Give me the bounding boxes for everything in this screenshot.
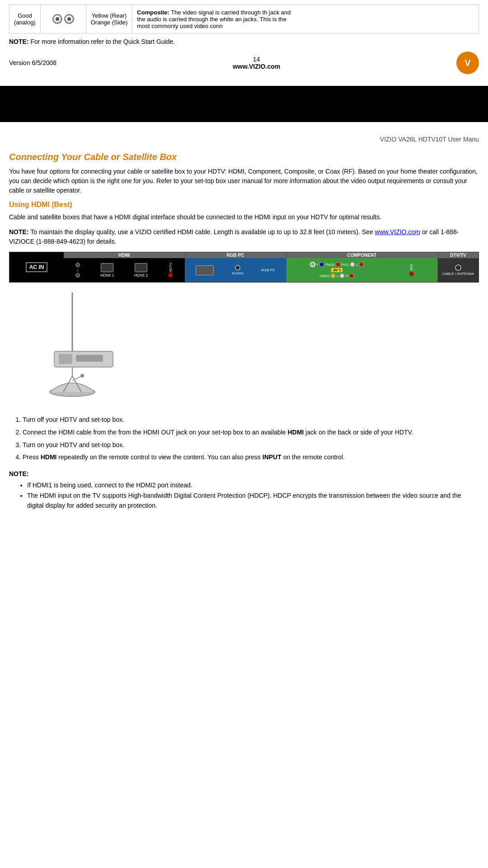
quality-cell: Good (analog) (9, 5, 41, 33)
note-text: For more information refer to the Quick … (30, 38, 175, 45)
website-text: www.VIZIO.com (56, 63, 456, 70)
note-label: NOTE: (9, 38, 29, 45)
instruction-item-3: Turn on your HDTV and set-top box. (23, 440, 479, 451)
audio-dot (235, 265, 240, 270)
coax-connector (455, 264, 461, 271)
panel-dtv-section: DTV/TV CABLE / ANTENNA (438, 252, 479, 282)
hdmi-description: Cable and satellite boxes that have a HD… (9, 212, 479, 222)
dtv-section-label: DTV/TV (438, 252, 479, 258)
page-footer: Version 6/5/2008 14 www.VIZIO.com V (0, 49, 488, 77)
comp-vertical-label: AV2 (409, 264, 413, 271)
rgb-ports: AUDIO RGB PC (185, 258, 286, 282)
connector-table: Good (analog) Yellow (Rear)Orange (Side)… (9, 5, 479, 33)
footer-center: 14 www.VIZIO.com (56, 56, 456, 70)
hdmi1-connector (101, 263, 113, 272)
instructions-list: Turn off your HDTV and set-top box. Conn… (9, 415, 479, 463)
intro-paragraph: You have four options for connecting you… (9, 167, 479, 195)
panel-ac-in: AC IN (9, 252, 64, 282)
instruction-text-1: Turn off your HDTV and set-top box. (23, 416, 124, 423)
vga-port (196, 265, 214, 275)
main-content: Connecting Your Cable or Satellite Box Y… (0, 147, 488, 524)
panel-hdmi-section: HDMI L HDMI 1 HDMI 2 HDTV (64, 252, 185, 282)
dtv-ports: CABLE / ANTENNA (438, 258, 479, 282)
bullet-list: If HDMI1 is being used, connect to the H… (9, 480, 479, 510)
svg-rect-2 (59, 354, 72, 364)
vizio-link[interactable]: www.VIZIO.com (375, 228, 420, 236)
rgb-port-label: RGB PC (261, 268, 275, 272)
note2-label: NOTE: (9, 470, 479, 477)
note-bold-label: NOTE: (9, 228, 29, 236)
hdmi2-port: HDMI 2 (134, 263, 148, 278)
hdtv-vertical-label: HDTV (169, 263, 173, 273)
color-label-cell: Yellow (Rear)Orange (Side) (86, 5, 133, 33)
audio-label: AUDIO (232, 271, 243, 275)
note-line: NOTE: For more information refer to the … (9, 38, 479, 45)
description-cell: Composite: The video signal is carried t… (132, 5, 304, 33)
component-section-label: COMPONENT (286, 252, 437, 258)
instruction-text-3: Turn on your HDTV and set-top box. (23, 441, 124, 448)
section-title: Connecting Your Cable or Satellite Box (9, 152, 479, 162)
hdmi2-label: HDMI 2 (134, 273, 148, 278)
av1-label: AV 1 (331, 268, 343, 272)
cable-antenna-label: CABLE / ANTENNA (442, 272, 474, 276)
hdmi1-label: HDMI 1 (100, 273, 114, 278)
satellite-illustration (27, 292, 127, 406)
rca-connector-image (45, 8, 81, 30)
instruction-item-4: Press HDMI repeatedly on the remote cont… (23, 452, 479, 463)
hdmi2-connector (135, 263, 147, 272)
illustration-area (9, 288, 479, 410)
svg-rect-3 (76, 355, 103, 362)
section-title-text: Connecting Your Cable or Satellite Box (9, 152, 177, 162)
page-number: 14 (56, 56, 456, 63)
vizio-logo: V (456, 52, 479, 74)
connector-image-cell (41, 5, 86, 33)
top-table-section: Good (analog) Yellow (Rear)Orange (Side)… (0, 0, 488, 45)
logo-letter: V (465, 58, 470, 68)
instruction-item-1: Turn off your HDTV and set-top box. (23, 415, 479, 425)
bullet-item-1: If HDMI1 is being used, connect to the H… (27, 480, 479, 490)
tv-back-panel: AC IN HDMI L HDMI 1 HDMI 2 (9, 252, 479, 283)
note-text-part1: To maintain the display quality, use a V… (30, 228, 373, 236)
quality-label: Good (analog) (14, 12, 36, 26)
version-text: Version 6/5/2008 (9, 59, 56, 66)
description-text: Composite: The video signal is carried t… (137, 9, 300, 29)
hdmi-ports: L HDMI 1 HDMI 2 HDTV (64, 258, 185, 282)
panel-rgb-section: RGB PC AUDIO RGB PC (185, 252, 286, 282)
rgb-section-label: RGB PC (185, 252, 286, 258)
instruction-item-2: Connect the HDMI cable from the from the… (23, 427, 479, 438)
hdmi-subheading: Using HDMI (Best) (9, 201, 479, 209)
note2-section: NOTE: If HDMI1 is being used, connect to… (9, 470, 479, 510)
black-divider-bar (0, 86, 488, 122)
bullet-text-1: If HDMI1 is being used, connect to the H… (27, 481, 192, 489)
hdmi-note: NOTE: To maintain the display quality, u… (9, 227, 479, 246)
manual-title: VIZIO VA26L HDTV10T User Manu (380, 136, 479, 143)
component-ports: Y Pb/Cb Pr/Cr L AV 1 VIDEO L (286, 258, 437, 282)
color-label: Yellow (Rear)Orange (Side) (91, 12, 128, 26)
ac-in-label: AC IN (26, 262, 48, 272)
svg-point-9 (80, 374, 84, 377)
hdmi1-port: HDMI 1 (100, 263, 114, 278)
panel-component-section: COMPONENT Y Pb/Cb Pr/Cr L (286, 252, 438, 282)
bullet-item-2: The HDMI input on the TV supports High-b… (27, 491, 479, 511)
hdmi-section-label: HDMI (64, 252, 185, 258)
manual-header: VIZIO VA26L HDTV10T User Manu (0, 131, 488, 147)
